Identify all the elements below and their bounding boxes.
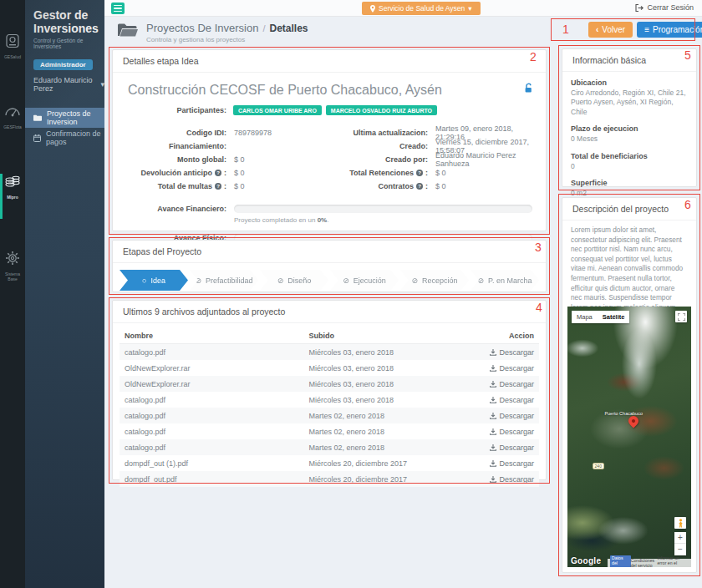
rail-item-gesalud[interactable]: GESalud: [0, 30, 25, 82]
page-subtitle: Controla y gestiona los proyectos: [146, 36, 308, 43]
ban-icon: ⊘: [343, 276, 349, 285]
map-button[interactable]: Mapa: [572, 311, 598, 323]
details-panel-title: Detalles etapa Idea: [113, 50, 546, 73]
download-icon: [490, 349, 496, 356]
download-link[interactable]: Descargar: [490, 396, 534, 404]
sidebar-menu: Proyectos de Inversion Confirmacion de p…: [25, 108, 104, 148]
field-label: Monto global:: [123, 155, 226, 164]
google-logo: Google: [571, 556, 601, 565]
user-menu[interactable]: Eduardo Mauricio Perez ▾: [33, 76, 104, 93]
sidebar-item-label: Confirmacion de pagos: [46, 129, 104, 146]
stage-step-ejecucion[interactable]: ⊘Ejecución: [330, 270, 399, 291]
table-row: catalogo.pdfMiércoles 03, enero 2018Desc…: [120, 344, 539, 360]
stage-step-p-en-marcha[interactable]: ⊘P. en Marcha: [471, 270, 539, 291]
stage-step-idea[interactable]: ○Idea: [120, 270, 188, 291]
files-table: Nombre Subido Accion catalogo.pdfMiércol…: [120, 328, 539, 487]
table-row: OldNewExplorer.rarMiércoles 03, enero 20…: [120, 376, 539, 392]
download-link[interactable]: Descargar: [490, 475, 534, 484]
details-field-grid: Codigo IDI:789789978 Ultima actualizacio…: [123, 126, 536, 193]
download-icon: [490, 413, 496, 419]
map-data-link[interactable]: Datos del mapa: [610, 555, 631, 567]
breadcrumb-current: Detalles: [269, 23, 308, 34]
download-link[interactable]: Descargar: [490, 380, 534, 388]
role-badge[interactable]: Administrador: [33, 59, 93, 70]
map-zoom-control: + −: [674, 532, 686, 555]
download-link[interactable]: Descargar: [490, 348, 534, 357]
stage-step-diseno[interactable]: ⊘Diseño: [260, 270, 328, 291]
field-value: $ 0: [226, 182, 245, 190]
calendar-icon: [33, 134, 41, 142]
help-icon[interactable]: ?: [416, 183, 423, 190]
rail-item-gesflota[interactable]: GESFlota: [0, 100, 25, 152]
download-icon: [490, 476, 496, 483]
breadcrumb: Proyectos De Inversion / Detalles: [146, 22, 308, 34]
download-link[interactable]: Descargar: [490, 428, 534, 436]
satellite-button[interactable]: Satélite: [598, 311, 630, 323]
help-icon[interactable]: ?: [215, 183, 221, 190]
field-label: Ultima actualizacion:: [329, 129, 428, 137]
sidebar-item-pagos[interactable]: Confirmacion de pagos: [25, 128, 104, 148]
description-panel: Descripción del proyecto Lorem ipsum dol…: [562, 197, 697, 573]
breadcrumb-section[interactable]: Proyectos De Inversion: [146, 22, 258, 34]
map-marker-pin[interactable]: [626, 414, 640, 428]
chevron-left-icon: ‹: [596, 25, 598, 34]
download-icon: [490, 365, 496, 372]
ban-icon: ⊘: [478, 276, 485, 285]
download-link[interactable]: Descargar: [490, 364, 534, 373]
logout-button[interactable]: Cerrar Sesión: [635, 3, 694, 12]
unlock-icon[interactable]: [523, 83, 534, 94]
sidebar-toggle-button[interactable]: [111, 3, 125, 14]
table-row: catalogo.pdfMiércoles 03, enero 2018Desc…: [120, 392, 539, 408]
sidebar-item-label: Proyectos de Inversion: [47, 109, 104, 126]
ban-icon: ⊘: [411, 276, 418, 285]
files-panel: Ultimos 9 archivos adjuntados al proyect…: [112, 300, 547, 480]
download-link[interactable]: Descargar: [490, 412, 534, 420]
stages-panel: Etapas del Proyecto ○Idea ⊘Prefactibilid…: [112, 240, 547, 292]
rail-item-mipro[interactable]: MIpro: [0, 170, 25, 222]
zoom-out-button[interactable]: −: [674, 544, 686, 555]
map-canvas[interactable]: Mapa Satélite Puerto Chacabuco 240 + − G…: [567, 307, 691, 567]
schedule-button[interactable]: ≡ Programación: [637, 22, 702, 38]
files-panel-title: Ultimos 9 archivos adjuntados al proyect…: [113, 301, 546, 323]
participants-label: Participantes:: [123, 106, 226, 114]
rail-item-label: MIpro: [7, 195, 18, 200]
financial-progress-bar: [234, 205, 532, 213]
download-link[interactable]: Descargar: [490, 444, 534, 452]
basic-info-title: Información básica: [562, 49, 696, 72]
field-value: $ 0: [226, 169, 245, 177]
stages-panel-title: Etapas del Proyecto: [113, 241, 546, 263]
field-label: Codigo IDI:: [123, 129, 226, 137]
participant-badge[interactable]: MARCELO OSVALDO RUIZ ABURTO: [326, 105, 437, 115]
participant-badge[interactable]: CARLOS OMAR URIBE ARO: [233, 105, 322, 115]
sidebar-item-proyectos[interactable]: Proyectos de Inversion: [25, 108, 104, 128]
info-field: Plazo de ejecucion0 Meses: [571, 124, 688, 144]
streetview-pegman[interactable]: [674, 517, 686, 529]
back-button[interactable]: ‹ Volver: [588, 22, 633, 38]
report-error-link[interactable]: Informar un error en el mapa: [657, 555, 689, 567]
table-row: catalogo.pdfMartes 02, enero 2018Descarg…: [120, 423, 539, 439]
location-selector-button[interactable]: Servicio de Salud de Aysen ▾: [362, 2, 481, 15]
terms-link[interactable]: Condiciones del servicio: [631, 558, 658, 567]
open-folder-icon: [117, 22, 139, 38]
rail-item-label: GESalud: [4, 54, 21, 59]
topbar: Servicio de Salud de Aysen ▾ Cerrar Sesi…: [104, 0, 702, 17]
zoom-in-button[interactable]: +: [674, 532, 686, 544]
download-link[interactable]: Descargar: [490, 459, 534, 468]
help-icon[interactable]: ?: [215, 170, 221, 176]
list-icon: ≡: [644, 25, 649, 34]
table-row: catalogo.pdfMartes 02, enero 2018Descarg…: [120, 408, 539, 423]
field-label: Financiamiento:: [123, 142, 226, 150]
basic-info-panel: Información básica UbicacionCiro Arredon…: [562, 48, 697, 187]
rail-item-sistema-base[interactable]: Sistema Base: [0, 247, 25, 299]
help-icon[interactable]: ?: [416, 170, 423, 176]
stage-step-recepcion[interactable]: ⊘Recepción: [400, 270, 469, 291]
column-header: Nombre: [125, 332, 309, 340]
fullscreen-icon[interactable]: [675, 311, 687, 322]
column-header: Accion: [467, 332, 534, 340]
stage-step-prefactibilidad[interactable]: ⊘Prefactibilidad: [190, 270, 258, 291]
progress-caption: Proyecto completado en un 0%.: [234, 216, 532, 224]
info-field: Superficie0 m2: [571, 179, 688, 198]
sign-out-icon: [635, 4, 644, 12]
caret-down-icon: ▾: [468, 4, 471, 13]
field-label: Devolución anticipo: [140, 169, 212, 177]
